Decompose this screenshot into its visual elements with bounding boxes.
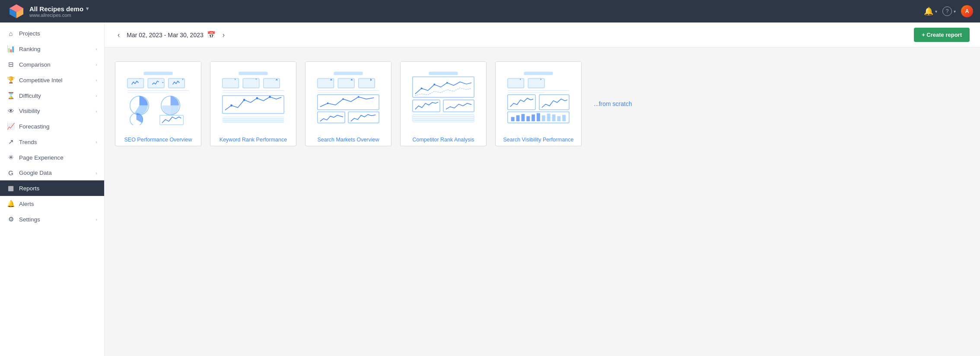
svg-rect-16 bbox=[160, 115, 183, 125]
ranking-nav-icon: 📊 bbox=[7, 45, 15, 53]
reports-nav-icon: ▦ bbox=[7, 184, 15, 192]
sidebar-item-google-data[interactable]: GGoogle Data› bbox=[0, 165, 104, 180]
visibility-nav-arrow: › bbox=[95, 109, 97, 114]
sidebar-item-ranking[interactable]: 📊Ranking› bbox=[0, 41, 104, 57]
competitive-intel-nav-icon: 🏆 bbox=[7, 76, 15, 84]
ranking-nav-arrow: › bbox=[95, 46, 97, 51]
svg-rect-51 bbox=[413, 77, 474, 97]
notifications-button[interactable]: 🔔 ▾ bbox=[924, 6, 937, 16]
card-preview-svg-keyword bbox=[216, 69, 290, 125]
card-label-markets: Search Markets Overview bbox=[305, 132, 391, 146]
trends-nav-label: Trends bbox=[19, 139, 91, 145]
card-preview bbox=[401, 62, 486, 132]
sidebar-item-trends[interactable]: ↗Trends› bbox=[0, 134, 104, 150]
svg-point-53 bbox=[433, 83, 435, 85]
forecasting-nav-icon: 📈 bbox=[7, 122, 15, 130]
app-logo bbox=[7, 2, 26, 21]
google-data-nav-label: Google Data bbox=[19, 170, 91, 176]
card-preview-svg-markets bbox=[312, 69, 385, 125]
competitive-intel-nav-arrow: › bbox=[95, 77, 97, 83]
project-name[interactable]: All Recipes demo ▾ bbox=[29, 5, 924, 13]
visibility-nav-label: Visibility bbox=[19, 108, 91, 114]
svg-rect-50 bbox=[429, 72, 458, 75]
svg-rect-78 bbox=[547, 114, 550, 122]
svg-rect-71 bbox=[511, 117, 515, 121]
settings-nav-label: Settings bbox=[19, 216, 91, 223]
create-report-button[interactable]: + Create report bbox=[914, 28, 970, 42]
reports-nav-label: Reports bbox=[19, 185, 97, 192]
comparison-nav-icon: ⊟ bbox=[7, 61, 15, 68]
card-label-visibility: Search Visibility Performance bbox=[496, 132, 581, 146]
sidebar-item-settings[interactable]: ⚙Settings› bbox=[0, 212, 104, 227]
project-info: All Recipes demo ▾ www.allrecipes.com bbox=[29, 5, 924, 18]
sidebar-item-comparison[interactable]: ⊟Comparison› bbox=[0, 57, 104, 72]
svg-rect-17 bbox=[239, 72, 267, 75]
difficulty-nav-icon: ⌛ bbox=[7, 92, 15, 99]
comparison-nav-arrow: › bbox=[95, 62, 97, 67]
sidebar-item-difficulty[interactable]: ⌛Difficulty› bbox=[0, 88, 104, 103]
svg-rect-57 bbox=[413, 115, 474, 122]
svg-rect-79 bbox=[552, 115, 556, 122]
help-dropdown-arrow: ▾ bbox=[954, 9, 956, 14]
card-label-competitor: Competitor Rank Analysis bbox=[401, 132, 486, 146]
bell-dropdown-arrow: ▾ bbox=[935, 9, 937, 14]
svg-rect-48 bbox=[318, 112, 345, 123]
svg-point-47 bbox=[358, 96, 360, 98]
date-nav: ‹ Mar 02, 2023 - Mar 30, 2023 📅 › bbox=[115, 30, 227, 40]
ranking-nav-label: Ranking bbox=[19, 46, 91, 52]
prev-date-button[interactable]: ‹ bbox=[115, 30, 122, 40]
report-card-search-markets-overview[interactable]: Search Markets Overview bbox=[305, 61, 391, 146]
sidebar-item-projects[interactable]: ⌂Projects bbox=[0, 26, 104, 41]
dropdown-arrow-icon[interactable]: ▾ bbox=[86, 6, 89, 12]
sidebar-item-visibility[interactable]: 👁Visibility› bbox=[0, 103, 104, 119]
sidebar: ⌂Projects📊Ranking›⊟Comparison›🏆Competiti… bbox=[0, 22, 105, 356]
sidebar-item-competitive-intel[interactable]: 🏆Competitive Intel› bbox=[0, 72, 104, 88]
main-layout: ⌂Projects📊Ranking›⊟Comparison›🏆Competiti… bbox=[0, 22, 980, 356]
calendar-icon[interactable]: 📅 bbox=[207, 31, 216, 39]
settings-nav-arrow: › bbox=[95, 217, 97, 222]
page-experience-nav-icon: ✳ bbox=[7, 154, 15, 161]
svg-rect-55 bbox=[413, 100, 440, 112]
report-card-search-visibility-performance[interactable]: Search Visibility Performance bbox=[495, 61, 582, 146]
top-header: All Recipes demo ▾ www.allrecipes.com 🔔 … bbox=[0, 0, 980, 22]
avatar[interactable]: A bbox=[961, 5, 973, 17]
from-scratch-link[interactable]: ...from scratch bbox=[590, 97, 636, 111]
google-data-nav-arrow: › bbox=[95, 170, 97, 176]
svg-rect-40 bbox=[359, 79, 375, 88]
card-preview bbox=[305, 62, 391, 132]
svg-point-29 bbox=[256, 97, 258, 99]
bell-icon: 🔔 bbox=[924, 6, 933, 16]
help-icon: ? bbox=[942, 6, 952, 16]
svg-marker-6 bbox=[140, 79, 140, 79]
svg-point-46 bbox=[342, 98, 344, 100]
svg-rect-62 bbox=[508, 79, 524, 88]
svg-point-28 bbox=[243, 99, 245, 101]
svg-rect-35 bbox=[334, 72, 363, 75]
card-preview bbox=[496, 62, 581, 132]
help-button[interactable]: ? ▾ bbox=[942, 6, 956, 16]
report-card-keyword-rank-performance[interactable]: Keyword Rank Performance bbox=[210, 61, 296, 146]
forecasting-nav-label: Forecasting bbox=[19, 123, 97, 130]
report-card-competitor-rank-analysis[interactable]: Competitor Rank Analysis bbox=[400, 61, 487, 146]
svg-point-52 bbox=[421, 87, 423, 89]
svg-point-27 bbox=[230, 104, 232, 106]
cards-grid: SEO Performance Overview bbox=[115, 61, 970, 146]
next-date-button[interactable]: › bbox=[220, 30, 227, 40]
svg-point-45 bbox=[327, 103, 329, 104]
svg-rect-73 bbox=[521, 114, 525, 122]
projects-nav-icon: ⌂ bbox=[7, 30, 15, 37]
sidebar-item-forecasting[interactable]: 📈Forecasting bbox=[0, 119, 104, 134]
svg-point-54 bbox=[446, 82, 448, 83]
report-card-seo-performance-overview[interactable]: SEO Performance Overview bbox=[115, 61, 201, 146]
sidebar-item-page-experience[interactable]: ✳Page Experience bbox=[0, 150, 104, 165]
svg-rect-64 bbox=[528, 79, 544, 88]
trends-nav-icon: ↗ bbox=[7, 138, 15, 146]
sidebar-nav: ⌂Projects📊Ranking›⊟Comparison›🏆Competiti… bbox=[0, 22, 104, 356]
logo-icon bbox=[9, 3, 24, 19]
difficulty-nav-arrow: › bbox=[95, 93, 97, 98]
content-area: ‹ Mar 02, 2023 - Mar 30, 2023 📅 › + Crea… bbox=[105, 22, 980, 356]
page-experience-nav-label: Page Experience bbox=[19, 154, 97, 161]
difficulty-nav-label: Difficulty bbox=[19, 93, 91, 99]
sidebar-item-reports[interactable]: ▦Reports bbox=[0, 180, 104, 196]
sidebar-item-alerts[interactable]: 🔔Alerts bbox=[0, 196, 104, 212]
